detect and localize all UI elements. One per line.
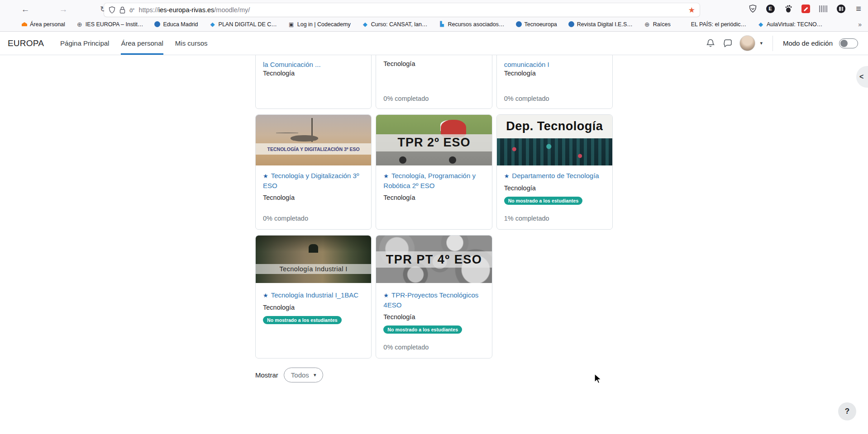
show-filter-select[interactable]: Todos ▾ [284, 368, 324, 382]
messages-chat-icon[interactable] [722, 38, 733, 49]
bookmark-item[interactable]: PLAN DIGITAL DE C… [210, 21, 277, 28]
bookmark-favicon [758, 21, 764, 28]
course-category: Tecnología [263, 193, 364, 202]
hidden-from-students-badge: No mostrado a los estudiantes [263, 316, 342, 324]
course-category: Tecnología [383, 60, 484, 68]
back-icon[interactable]: ← [19, 5, 32, 14]
bookmark-favicon [362, 21, 368, 28]
favourite-star-icon: ★ [383, 292, 389, 299]
drawer-chevron-icon: < [859, 73, 863, 81]
bookmarks-bar: Área personal IES EUROPA – Instit… Educa… [0, 17, 868, 32]
bookmark-item[interactable]: Raíces [644, 21, 671, 28]
hidden-from-students-badge: No mostrado a los estudiantes [504, 197, 583, 205]
notifications-bell-icon[interactable] [705, 38, 716, 49]
course-link[interactable]: Tecnología Industrial I_1BAC [271, 291, 358, 299]
course-category: Tecnología [383, 313, 484, 321]
favourite-star-icon: ★ [263, 292, 268, 299]
edit-mode-toggle[interactable] [839, 38, 858, 48]
course-card-partial[interactable]: Tecnología 0% completado [376, 55, 492, 109]
bookmark-item[interactable]: Revista Digital I.E.S… [568, 21, 633, 28]
course-link[interactable]: Departamento de Tecnología [512, 172, 599, 179]
bookmark-favicon [76, 21, 83, 28]
browser-window: ← → ↻ ō° https://ies-europa-rivas.es/moo… [0, 0, 868, 434]
nav-area-personal[interactable]: Área personal [121, 32, 163, 55]
bookmarks-overflow-icon[interactable]: » [858, 21, 862, 28]
course-card[interactable]: Tecnología Industrial I ★Tecnología Indu… [255, 235, 372, 359]
ext-e-badge-icon[interactable]: E [765, 4, 775, 14]
course-link[interactable]: la Comunicación ... [263, 61, 321, 68]
site-logo[interactable]: EUROPA [8, 38, 44, 48]
course-image-caption: TECNOLOGÍA Y DIGITALIZACIÓN 3º ESO [256, 143, 371, 155]
barcode-icon[interactable] [818, 4, 828, 14]
shield-icon[interactable] [109, 6, 115, 14]
gnome-foot-icon[interactable] [783, 4, 793, 14]
favourite-star-icon: ★ [504, 173, 510, 179]
course-card[interactable]: Dep. Tecnología ★Departamento de Tecnolo… [496, 114, 613, 230]
course-link[interactable]: Tecnología, Programación y Robótica 2º E… [383, 172, 476, 189]
course-card-partial[interactable]: comunicación I Tecnología 0% completado [496, 55, 613, 109]
lock-icon[interactable] [119, 6, 125, 14]
course-link[interactable]: comunicación I [504, 61, 549, 68]
course-category: Tecnología [383, 193, 484, 202]
bookmark-item[interactable]: Tecnoeuropa [516, 21, 557, 28]
user-menu-chevron-icon[interactable]: ▾ [760, 40, 763, 46]
course-image: TECNOLOGÍA Y DIGITALIZACIÓN 3º ESO [256, 115, 371, 165]
user-avatar[interactable] [739, 35, 755, 51]
bookmark-favicon [568, 21, 574, 27]
nav-pagina-principal[interactable]: Página Principal [60, 32, 109, 55]
course-card[interactable]: TPR PT 4º ESO ★TPR-Proyectos Tecnológico… [376, 235, 492, 359]
url-text: https://ies-europa-rivas.es/moodle/my/ [138, 6, 250, 14]
favourite-star-icon: ★ [383, 173, 389, 179]
dashboard-content: la Comunicación ... Tecnología Tecnologí… [0, 55, 868, 434]
course-category: Tecnología [263, 303, 364, 312]
bookmark-item[interactable]: IES EUROPA – Instit… [76, 21, 143, 28]
browser-toolbar: ← → ↻ ō° https://ies-europa-rivas.es/moo… [0, 0, 868, 17]
course-category: Tecnología [504, 184, 605, 193]
url-bar[interactable]: ō° https://ies-europa-rivas.es/moodle/my… [104, 3, 700, 17]
wayback-icon[interactable] [836, 4, 846, 14]
bookmark-item[interactable]: Área personal [22, 21, 65, 28]
select-chevron-icon: ▾ [314, 372, 316, 378]
course-image: Dep. Tecnología [497, 115, 612, 165]
edit-mode-label: Modo de edición [783, 39, 833, 47]
bookmark-item[interactable]: AulaVirtual: TECNO… [758, 21, 822, 28]
course-image: TPR PT 4º ESO [376, 236, 491, 283]
completion-text: 0% completado [383, 95, 429, 102]
bookmark-favicon [682, 21, 688, 28]
magic-wand-icon[interactable] [801, 4, 811, 14]
help-button[interactable]: ? [838, 402, 856, 420]
ext-shield-icon[interactable] [748, 4, 758, 14]
menu-icon[interactable]: ≡ [854, 4, 863, 14]
site-navbar: EUROPA Página Principal Área personal Mi… [0, 32, 868, 55]
course-link[interactable]: Tecnología y Digitalización 3º ESO [263, 172, 359, 189]
bookmark-favicon [22, 22, 27, 26]
completion-text: 0% completado [263, 215, 364, 222]
bookmark-favicon [210, 21, 216, 28]
bookmark-item[interactable]: Curso: CANSAT, lan… [362, 21, 428, 28]
completion-text: 0% completado [504, 95, 549, 102]
course-category: Tecnología [504, 69, 605, 78]
forward-icon[interactable]: → [57, 5, 70, 14]
course-card[interactable]: TPR 2º ESO ★Tecnología, Programación y R… [376, 114, 492, 230]
bookmark-favicon [288, 21, 295, 28]
course-image: TPR 2º ESO [376, 115, 491, 165]
course-image-caption: TPR PT 4º ESO [376, 251, 491, 268]
bookmark-item[interactable]: Educa Madrid [154, 21, 198, 28]
hidden-from-students-badge: No mostrado a los estudiantes [383, 326, 462, 334]
completion-text: 1% completado [504, 215, 605, 222]
course-image-caption: TPR 2º ESO [376, 134, 491, 151]
bookmark-item[interactable]: Log in | Codecademy [288, 21, 351, 28]
bookmark-star-icon[interactable]: ★ [688, 5, 695, 15]
permissions-icon[interactable]: ō° [129, 7, 134, 14]
completion-text: 0% completado [383, 344, 484, 351]
course-image-caption: Tecnología Industrial I [256, 264, 371, 274]
course-card-partial[interactable]: la Comunicación ... Tecnología [255, 55, 372, 109]
favourite-star-icon: ★ [263, 173, 268, 179]
bookmark-item[interactable]: EL PAÍS: el periódic… [682, 21, 746, 28]
nav-mis-cursos[interactable]: Mis cursos [175, 32, 208, 55]
bookmark-item[interactable]: Recursos asociados… [439, 21, 504, 28]
bookmark-favicon [439, 21, 445, 28]
course-card[interactable]: TECNOLOGÍA Y DIGITALIZACIÓN 3º ESO ★Tecn… [255, 114, 372, 230]
course-link[interactable]: TPR-Proyectos Tecnológicos 4ESO [383, 291, 478, 309]
divider [773, 36, 773, 51]
